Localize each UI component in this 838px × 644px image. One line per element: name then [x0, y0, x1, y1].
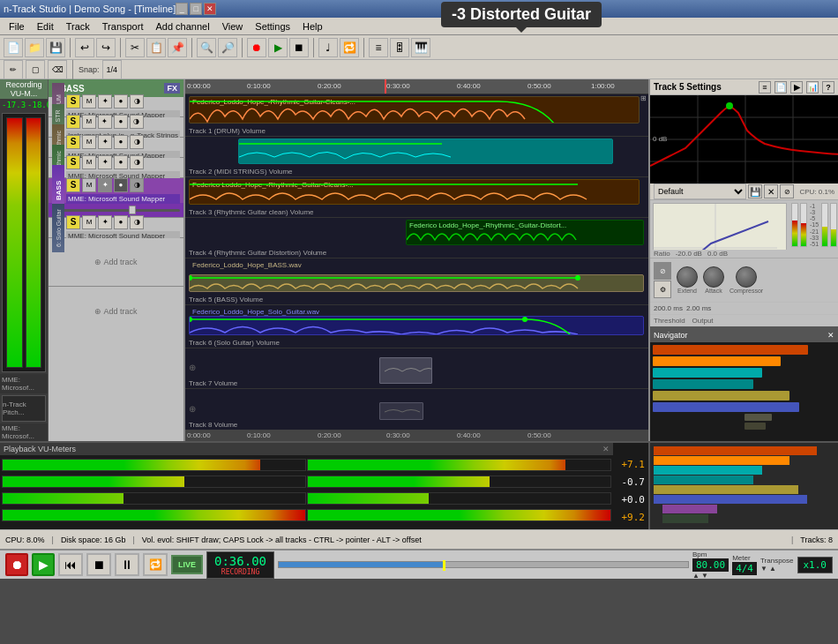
- track-2-solo-button[interactable]: S: [66, 115, 80, 129]
- open-button[interactable]: 📁: [25, 38, 44, 57]
- zoom-out-button[interactable]: 🔎: [218, 38, 237, 57]
- track-6-solo-button[interactable]: S: [66, 215, 80, 229]
- record-button[interactable]: ⏺: [5, 553, 28, 576]
- track-4-arm-button[interactable]: ●: [114, 155, 128, 169]
- comp-preset-select[interactable]: Default: [654, 183, 746, 199]
- menu-file[interactable]: File: [4, 19, 30, 34]
- track-6-mono-button[interactable]: ◑: [130, 215, 144, 229]
- minimize-button[interactable]: _: [176, 3, 188, 15]
- redo-button[interactable]: ↪: [96, 38, 116, 57]
- attack-knob[interactable]: [703, 266, 724, 288]
- track-1-solo-button[interactable]: S: [66, 94, 80, 109]
- track-7-add-icon[interactable]: ⊕ Add track: [94, 258, 137, 266]
- track-5-fx-button[interactable]: ✦: [98, 178, 112, 192]
- track-4-waveform-area[interactable]: Federico Loddo_Hope_-Rhythmic_Guitar-Dis…: [185, 218, 648, 258]
- track-3-mono-button[interactable]: ◑: [130, 135, 144, 149]
- metronome-button[interactable]: ♩: [318, 38, 338, 57]
- menu-transport[interactable]: Transport: [97, 19, 149, 34]
- cut-button[interactable]: ✂: [125, 38, 145, 57]
- menu-add-channel[interactable]: Add channel: [150, 19, 214, 34]
- menu-view[interactable]: View: [217, 19, 249, 34]
- track-8-add-icon[interactable]: ⊕ Add track: [94, 307, 137, 316]
- track-5-arm-button[interactable]: ●: [114, 178, 128, 192]
- settings-tool-3[interactable]: ▶: [790, 81, 803, 94]
- new-button[interactable]: 📄: [4, 38, 23, 57]
- track-2-mute-button[interactable]: M: [82, 115, 96, 129]
- settings-tool-1[interactable]: ≡: [759, 81, 771, 94]
- track-2-fx-button[interactable]: ✦: [98, 115, 112, 129]
- menu-settings[interactable]: Settings: [250, 19, 296, 34]
- settings-tool-2[interactable]: 📄: [774, 81, 787, 94]
- track-6-arm-button[interactable]: ●: [114, 215, 128, 229]
- track-6-mute-button[interactable]: M: [82, 215, 96, 229]
- compressor-knob[interactable]: [736, 266, 757, 288]
- track-7-clip[interactable]: [379, 357, 432, 384]
- snap-button[interactable]: 1/4: [102, 60, 123, 79]
- track-3-fx-button[interactable]: ✦: [98, 135, 112, 149]
- track-3-solo-button[interactable]: S: [66, 135, 80, 149]
- track-8-add-crosshair[interactable]: ⊕: [189, 404, 196, 414]
- record-button[interactable]: ⏺: [247, 38, 266, 57]
- track-5-fader-handle[interactable]: [129, 206, 136, 214]
- track-6-waveform-area[interactable]: Federico_Loddo_Hope_Solo_Guitar.wav Trac…: [185, 305, 648, 348]
- zoom-in-button[interactable]: 🔍: [197, 38, 216, 57]
- effects-button[interactable]: 🎛: [390, 38, 409, 57]
- settings-tool-4[interactable]: 📊: [806, 81, 819, 94]
- copy-button[interactable]: 📋: [146, 38, 166, 57]
- comp-settings-btn[interactable]: ⚙: [654, 281, 671, 298]
- track-4-mute-button[interactable]: M: [82, 155, 96, 169]
- track-4-solo-button[interactable]: S: [66, 155, 80, 169]
- comp-delete-btn[interactable]: ✕: [764, 184, 778, 198]
- loop-button[interactable]: 🔁: [143, 553, 168, 576]
- speed-display[interactable]: x1.0: [797, 557, 834, 573]
- comp-bypass-btn[interactable]: ⊘: [780, 184, 794, 198]
- piano-button[interactable]: 🎹: [411, 38, 430, 57]
- track-1-fx-button[interactable]: ✦: [98, 94, 112, 109]
- paste-button[interactable]: 📌: [168, 38, 187, 57]
- undo-button[interactable]: ↩: [75, 38, 94, 57]
- mixer-button[interactable]: ≡: [369, 38, 388, 57]
- track-5-clip[interactable]: [189, 274, 644, 292]
- settings-help[interactable]: ?: [822, 81, 834, 94]
- bpm-down[interactable]: ▼: [701, 572, 708, 580]
- transpose-up[interactable]: ▲: [769, 565, 776, 573]
- bpm-display[interactable]: 80.00: [692, 558, 729, 572]
- stop-toolbar-button[interactable]: ⏹: [289, 38, 309, 57]
- comp-save-btn[interactable]: 💾: [748, 184, 762, 198]
- track-8-waveform-area[interactable]: Track 8 Volume ⊕: [185, 389, 648, 430]
- track-5-mono-button[interactable]: ◑: [130, 178, 144, 192]
- track-1-mute-button[interactable]: M: [82, 94, 96, 109]
- pause-button[interactable]: ⏸: [115, 553, 139, 576]
- extend-knob[interactable]: [677, 266, 698, 288]
- track-3-clip[interactable]: Federico Loddo_Hope_-Rhythmic_Guitar-Cle…: [189, 179, 640, 205]
- select-tool[interactable]: ▢: [26, 60, 45, 79]
- loop-toolbar-button[interactable]: 🔁: [340, 38, 359, 57]
- comp-bypass-toggle[interactable]: ⊘: [654, 262, 671, 280]
- position-bar[interactable]: [278, 561, 689, 568]
- track-1-waveform-area[interactable]: Federico_Loddo_Hope_-Rhythmic_Guitar-Cle…: [185, 94, 648, 138]
- live-button[interactable]: LIVE: [171, 555, 203, 574]
- track-5-fader[interactable]: [52, 209, 180, 212]
- track-3-arm-button[interactable]: ●: [114, 135, 128, 149]
- track-4-mono-button[interactable]: ◑: [130, 155, 144, 169]
- play-toolbar-button[interactable]: ▶: [268, 38, 288, 57]
- track-2-mono-button[interactable]: ◑: [130, 115, 144, 129]
- track-7-add-crosshair[interactable]: ⊕: [189, 363, 196, 372]
- track-3-waveform-area[interactable]: Federico Loddo_Hope_-Rhythmic_Guitar-Cle…: [185, 177, 648, 218]
- track-1-mono-button[interactable]: ◑: [130, 94, 144, 109]
- draw-tool[interactable]: ✏: [4, 60, 23, 79]
- erase-tool[interactable]: ⌫: [48, 60, 67, 79]
- track-6-fx-button[interactable]: ✦: [98, 215, 112, 229]
- playback-vu-close[interactable]: ✕: [602, 445, 610, 453]
- fx-label[interactable]: FX: [164, 83, 180, 94]
- track-5-waveform-area[interactable]: Federico_Loddo_Hope_BASS.wav Track 5 (BA…: [185, 258, 648, 305]
- close-button[interactable]: ✕: [204, 3, 216, 15]
- meter-display[interactable]: 4/4: [732, 562, 757, 575]
- track-2-arm-button[interactable]: ●: [114, 115, 128, 129]
- maximize-button[interactable]: □: [190, 3, 202, 15]
- track-2-waveform-area[interactable]: Track 2 (MIDI STRINGS) Volume: [185, 137, 648, 177]
- track-5-solo-button[interactable]: S: [66, 178, 80, 192]
- track-3-mute-button[interactable]: M: [82, 135, 96, 149]
- track-4-fx-button[interactable]: ✦: [98, 155, 112, 169]
- track-4-clip[interactable]: Federico Loddo_Hope_-Rhythmic_Guitar-Dis…: [406, 220, 644, 245]
